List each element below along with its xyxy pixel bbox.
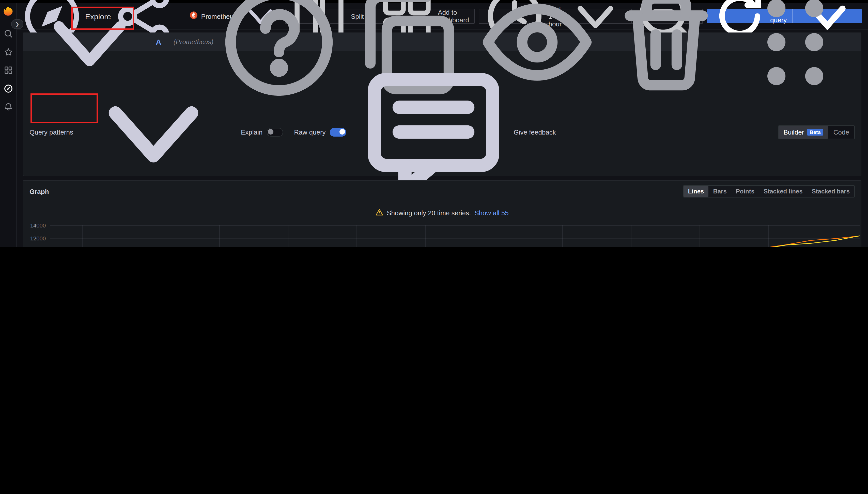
trash-icon[interactable] xyxy=(606,0,727,102)
main-content: A (Prometheus) Query patterns Explain xyxy=(16,30,868,247)
sidebar-item-explore[interactable] xyxy=(2,83,14,94)
builder-label: Builder xyxy=(784,128,804,136)
dashboards-icon xyxy=(4,66,13,74)
favorites-icon xyxy=(4,48,13,56)
query-editor-panel: A (Prometheus) Query patterns Explain xyxy=(23,33,862,176)
svg-text:14000: 14000 xyxy=(30,222,46,229)
explain-label: Explain xyxy=(241,128,263,136)
raw-query-label: Raw query xyxy=(294,128,326,136)
alerting-icon xyxy=(4,102,13,111)
builder-tab[interactable]: Builder Beta xyxy=(779,126,828,138)
raw-query-toggle-group: Raw query xyxy=(294,128,346,136)
help-circle-icon[interactable] xyxy=(218,0,340,102)
drag-handle-icon[interactable] xyxy=(735,0,856,102)
raw-query-toggle[interactable] xyxy=(330,128,346,136)
sidebar-item-favorites[interactable] xyxy=(2,46,14,57)
graph-style-tab-stacked-lines[interactable]: Stacked lines xyxy=(759,186,807,197)
explain-toggle-group: Explain xyxy=(241,128,283,136)
query-datasource-hint: (Prometheus) xyxy=(174,38,214,46)
code-label: Code xyxy=(833,128,849,136)
search-icon xyxy=(4,29,13,38)
sidebar-item-search[interactable] xyxy=(2,28,14,39)
query-ref-id: A xyxy=(156,38,161,46)
explain-toggle[interactable] xyxy=(267,128,283,136)
beta-badge: Beta xyxy=(807,129,823,135)
graph-title-bar: Graph LinesBarsPointsStacked linesStacke… xyxy=(23,181,861,197)
query-row-header[interactable]: A (Prometheus) xyxy=(23,33,861,51)
explore-icon xyxy=(4,84,13,93)
graph-style-tabs: LinesBarsPointsStacked linesStacked bars xyxy=(683,185,855,197)
svg-text:12000: 12000 xyxy=(30,235,46,242)
graph-style-tab-points[interactable]: Points xyxy=(731,186,759,197)
prometheus-logo-icon xyxy=(189,11,198,21)
query-patterns-label: Query patterns xyxy=(30,128,73,136)
graph-style-tab-bars[interactable]: Bars xyxy=(708,186,731,197)
grafana-explore-page: ❯ Explore Prometheus Spl xyxy=(0,0,868,247)
graph-panel-title: Graph xyxy=(30,188,49,195)
give-feedback-label: Give feedback xyxy=(514,128,556,136)
editor-mode-switch: Builder Beta Code xyxy=(778,125,855,139)
grafana-logo[interactable] xyxy=(2,6,14,17)
series-limit-warning: Showing only 20 time series. Show all 55 xyxy=(23,209,861,217)
graph-style-tab-lines[interactable]: Lines xyxy=(684,186,709,197)
sidebar-expand-button[interactable]: ❯ xyxy=(11,19,23,29)
sidebar-item-alerting[interactable] xyxy=(2,101,14,112)
warning-text: Showing only 20 time series. xyxy=(387,209,471,217)
sidebar-item-dashboards[interactable] xyxy=(2,64,14,76)
sidebar xyxy=(0,3,17,247)
graph-style-tab-stacked-bars[interactable]: Stacked bars xyxy=(807,186,854,197)
graph-panel: Graph LinesBarsPointsStacked linesStacke… xyxy=(23,180,862,247)
time-series-chart[interactable]: 0200040006000800010000120001400023:2523:… xyxy=(23,218,861,247)
warning-triangle-icon xyxy=(376,209,383,217)
code-tab[interactable]: Code xyxy=(828,126,854,138)
show-all-series-link[interactable]: Show all 55 xyxy=(474,209,508,217)
sidebar-top-items xyxy=(2,24,14,116)
